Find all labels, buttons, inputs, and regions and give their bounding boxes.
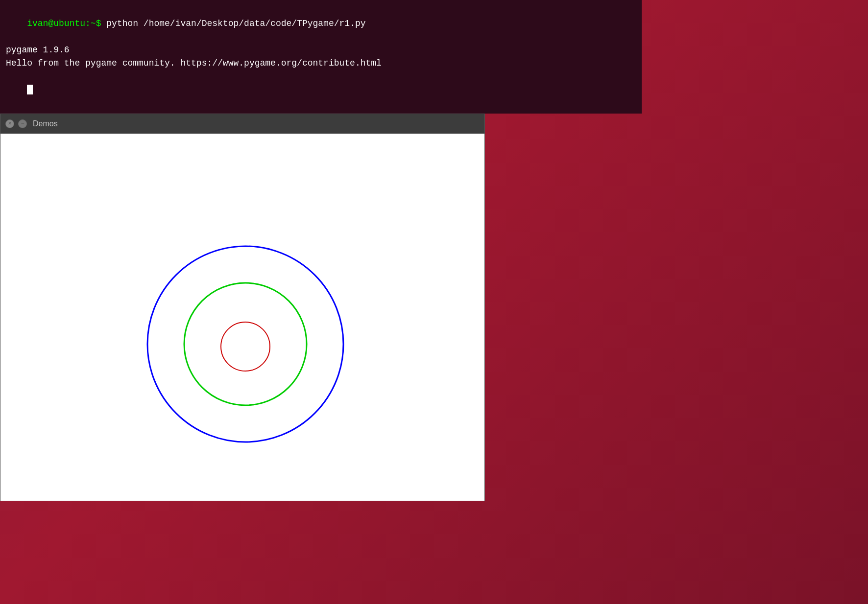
pygame-window: × − Demos — [0, 114, 485, 501]
blue-circle — [147, 246, 343, 442]
terminal-command: python /home/ivan/Desktop/data/code/TPyg… — [106, 19, 365, 28]
terminal-prompt: ivan@ubuntu:~$ — [27, 19, 106, 28]
minimize-button[interactable]: − — [18, 119, 27, 128]
terminal-cursor-line — [6, 70, 636, 110]
terminal: ivan@ubuntu:~$ python /home/ivan/Desktop… — [0, 0, 642, 114]
green-circle — [184, 283, 307, 405]
terminal-output-1: pygame 1.9.6 — [6, 44, 636, 57]
red-circle — [221, 322, 270, 371]
pygame-titlebar: × − Demos — [0, 114, 484, 134]
terminal-output-2: Hello from the pygame community. https:/… — [6, 57, 636, 70]
circles-svg — [0, 134, 484, 501]
terminal-line-1: ivan@ubuntu:~$ python /home/ivan/Desktop… — [6, 4, 636, 44]
window-title: Demos — [33, 119, 58, 128]
close-button[interactable]: × — [5, 119, 14, 128]
terminal-cursor — [27, 85, 33, 94]
pygame-canvas — [0, 134, 484, 501]
